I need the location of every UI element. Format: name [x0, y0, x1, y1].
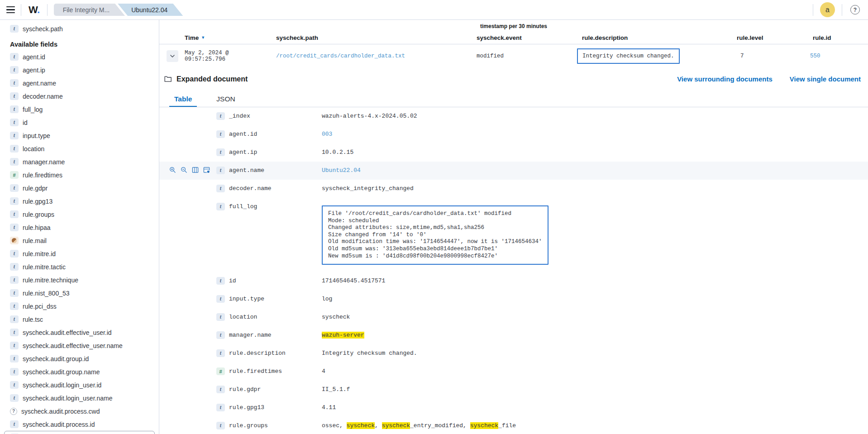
wazuh-logo[interactable]: W. — [21, 4, 47, 16]
sidebar-field-id[interactable]: tid — [0, 116, 159, 129]
boolean-glyph — [12, 238, 17, 243]
field-type-string-icon: t — [10, 92, 19, 100]
doc-field-name: input.type — [229, 290, 322, 303]
sidebar-field-syscheck.audit.effective_user.id[interactable]: tsyscheck.audit.effective_user.id — [0, 326, 159, 339]
sidebar-field-syscheck.audit.login_user.id[interactable]: tsyscheck.audit.login_user.id — [0, 378, 159, 391]
sidebar-field-agent.ip[interactable]: tagent.ip — [0, 63, 159, 76]
field-type-string-icon: t — [216, 277, 225, 285]
column-header-rule-description[interactable]: rule.description — [578, 34, 726, 41]
sidebar-field-syscheck.path[interactable]: tsyscheck.path — [0, 22, 159, 35]
view-single-document-link[interactable]: View single document — [790, 75, 861, 83]
full-log-line: Mode: scheduled — [328, 218, 542, 225]
column-header-time[interactable]: Time ▼ — [181, 34, 272, 41]
help-icon[interactable]: ? — [850, 5, 860, 14]
sidebar-field-label: rule.firedtimes — [23, 172, 62, 179]
sidebar-field-label: rule.mitre.technique — [23, 277, 78, 284]
sidebar-field-label: syscheck.audit.group.id — [23, 355, 89, 362]
sidebar-field-location[interactable]: tlocation — [0, 142, 159, 155]
field-type-string-icon: t — [10, 329, 19, 336]
full-log-focused-box[interactable]: File '/root/credit_cards/cardholder_data… — [322, 205, 548, 265]
doc-field-row-rule.groups: trule.groupsossec, syscheck, syscheck_en… — [159, 417, 868, 434]
row-actions — [169, 326, 216, 331]
sidebar-field-agent.name[interactable]: tagent.name — [0, 76, 159, 90]
collapse-row-chevron-icon[interactable] — [167, 50, 178, 62]
doc-field-value[interactable]: 003 — [322, 125, 868, 141]
sidebar-field-rule.mitre.tactic[interactable]: trule.mitre.tactic — [0, 260, 159, 273]
field-type-string-icon: t — [10, 368, 19, 376]
sidebar-field-syscheck.audit.group.name[interactable]: tsyscheck.audit.group.name — [0, 365, 159, 378]
view-surrounding-documents-link[interactable]: View surrounding documents — [677, 75, 773, 83]
value-text: _file — [498, 422, 516, 429]
column-header-rule-id[interactable]: rule.id — [802, 34, 868, 41]
sort-desc-icon[interactable]: ▼ — [201, 35, 205, 40]
field-type-string-icon: t — [10, 132, 19, 139]
full-log-line: File '/root/credit_cards/cardholder_data… — [328, 210, 542, 218]
field-type-string-icon: t — [10, 263, 19, 271]
tab-json[interactable]: JSON — [211, 92, 240, 107]
sidebar-field-syscheck.audit.process.id[interactable]: tsyscheck.audit.process.id — [0, 418, 159, 431]
sidebar-field-label: syscheck.audit.group.name — [23, 368, 100, 376]
sidebar-field-rule.nist_800_53[interactable]: trule.nist_800_53 — [0, 286, 159, 300]
sidebar-field-label: rule.mitre.tactic — [23, 263, 66, 271]
doc-field-name: manager.name — [229, 326, 322, 339]
field-type-string-icon: t — [216, 167, 225, 174]
sidebar-field-syscheck.audit.effective_user.name[interactable]: tsyscheck.audit.effective_user.name — [0, 339, 159, 352]
cell-syscheck-path-link[interactable]: /root/credit_cards/cardholder_data.txt — [276, 53, 405, 59]
column-header-syscheck-event[interactable]: syscheck.event — [473, 34, 578, 41]
sidebar-field-label: rule.mitre.id — [23, 250, 56, 258]
doc-field-name: full_log — [229, 198, 322, 210]
sidebar-field-rule.gpg13[interactable]: trule.gpg13 — [0, 195, 159, 208]
breadcrumb-agent[interactable]: Ubuntu22.04 — [118, 4, 183, 16]
menu-hamburger-icon[interactable] — [0, 0, 21, 20]
filter-for-value-icon[interactable] — [169, 167, 176, 175]
available-fields-list: tagent.idtagent.iptagent.nametdecoder.na… — [0, 50, 159, 434]
cell-rule-description-focused[interactable]: Integrity checksum changed. — [577, 48, 680, 64]
doc-field-name: rule.gdpr — [229, 381, 322, 393]
sidebar-field-decoder.name[interactable]: tdecoder.name — [0, 90, 159, 103]
sidebar-field-agent.id[interactable]: tagent.id — [0, 50, 159, 63]
sidebar-field-rule.hipaa[interactable]: trule.hipaa — [0, 221, 159, 234]
field-type-boolean-icon — [10, 237, 19, 244]
tab-table[interactable]: Table — [169, 92, 197, 107]
cell-rule-id-link[interactable]: 550 — [810, 53, 820, 59]
user-avatar[interactable]: a — [820, 2, 835, 17]
sidebar-field-syscheck.audit.process.name[interactable]: tsyscheck.audit.process.name — [4, 431, 155, 434]
row-actions — [169, 344, 216, 349]
filter-out-value-icon[interactable] — [181, 167, 187, 175]
sidebar-field-rule.mitre.technique[interactable]: trule.mitre.technique — [0, 273, 159, 286]
sidebar-field-rule.gdpr[interactable]: trule.gdpr — [0, 181, 159, 195]
doc-field-value: ossec, syscheck, syscheck_entry_modified… — [322, 417, 868, 432]
doc-field-value[interactable]: Ubuntu22.04 — [322, 162, 868, 177]
sidebar-field-rule.tsc[interactable]: trule.tsc — [0, 313, 159, 326]
breadcrumb-file-integrity[interactable]: File Integrity M... — [54, 4, 125, 16]
sidebar-field-manager.name[interactable]: tmanager.name — [0, 155, 159, 168]
sidebar-field-syscheck.audit.process.cwd[interactable]: ?syscheck.audit.process.cwd — [0, 405, 159, 418]
sidebar-field-syscheck.audit.login_user.name[interactable]: tsyscheck.audit.login_user.name — [0, 391, 159, 405]
toggle-column-in-table-icon[interactable] — [192, 167, 199, 175]
column-header-rule-level[interactable]: rule.level — [726, 34, 802, 41]
doc-field-row-input.type: tinput.typelog — [159, 290, 868, 308]
sidebar-field-label: syscheck.audit.process.id — [23, 421, 95, 428]
column-header-syscheck-path[interactable]: syscheck.path — [272, 34, 473, 41]
sidebar-field-rule.firedtimes[interactable]: #rule.firedtimes — [0, 168, 159, 181]
highlighted-term: syscheck — [470, 422, 498, 429]
sidebar-field-rule.mitre.id[interactable]: trule.mitre.id — [0, 247, 159, 260]
sidebar-field-full_log[interactable]: tfull_log — [0, 103, 159, 116]
sidebar-field-rule.mail[interactable]: rule.mail — [0, 234, 159, 247]
sidebar-field-syscheck.audit.group.id[interactable]: tsyscheck.audit.group.id — [0, 352, 159, 365]
sidebar-field-input.type[interactable]: tinput.type — [0, 129, 159, 142]
full-log-line: Old md5sum was: '313eba655eba3ebd814deee… — [328, 246, 542, 253]
doc-field-row-rule.description: trule.descriptionIntegrity checksum chan… — [159, 344, 868, 362]
doc-field-value: syscheck_integrity_changed — [322, 180, 868, 195]
row-actions — [169, 290, 216, 295]
sidebar-field-rule.groups[interactable]: trule.groups — [0, 208, 159, 221]
sidebar-field-label: manager.name — [23, 158, 65, 166]
field-type-string-icon: t — [216, 295, 225, 303]
row-actions — [169, 198, 216, 203]
field-type-string-icon: t — [10, 119, 19, 126]
sidebar-field-rule.pci_dss[interactable]: trule.pci_dss — [0, 300, 159, 313]
filter-for-field-present-icon[interactable] — [203, 167, 210, 175]
value-text: _entry_modified, — [410, 422, 470, 429]
field-type-string-icon: t — [10, 53, 19, 61]
histogram-axis-label: timestamp per 30 minutes — [159, 23, 868, 31]
